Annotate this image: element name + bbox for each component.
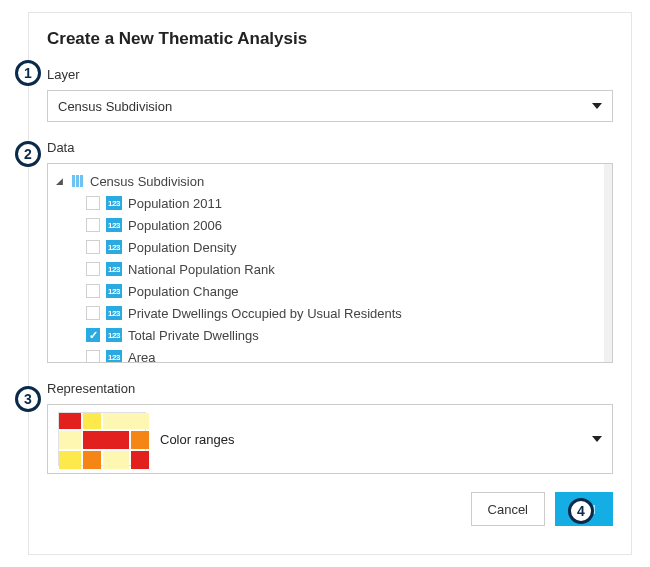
step-badge-2: 2 xyxy=(15,141,41,167)
tree-item[interactable]: 123Population Change xyxy=(52,280,608,302)
representation-label: Representation xyxy=(47,381,613,396)
tree-item[interactable]: 123Area xyxy=(52,346,608,363)
checkbox[interactable] xyxy=(86,240,100,254)
numeric-field-icon: 123 xyxy=(106,350,122,363)
tree-item[interactable]: ✓123Total Private Dwellings xyxy=(52,324,608,346)
color-ranges-icon xyxy=(58,412,146,466)
tree-item-label: Private Dwellings Occupied by Usual Resi… xyxy=(128,306,402,321)
numeric-field-icon: 123 xyxy=(106,240,122,254)
tree-item-label: Population 2006 xyxy=(128,218,222,233)
layer-select-value: Census Subdivision xyxy=(58,99,172,114)
tree-item-label: Total Private Dwellings xyxy=(128,328,259,343)
checkbox[interactable] xyxy=(86,284,100,298)
cancel-button[interactable]: Cancel xyxy=(471,492,545,526)
checkbox[interactable] xyxy=(86,218,100,232)
tree-item[interactable]: 123Population 2011 xyxy=(52,192,608,214)
collapse-icon[interactable]: ◢ xyxy=(52,176,66,186)
numeric-field-icon: 123 xyxy=(106,306,122,320)
tree-item[interactable]: 123Private Dwellings Occupied by Usual R… xyxy=(52,302,608,324)
checkbox[interactable] xyxy=(86,306,100,320)
chevron-down-icon xyxy=(592,436,602,442)
button-row: Cancel Add xyxy=(47,492,613,526)
numeric-field-icon: 123 xyxy=(106,284,122,298)
checkbox[interactable] xyxy=(86,196,100,210)
tree-item-label: Population 2011 xyxy=(128,196,222,211)
scrollbar[interactable] xyxy=(604,164,612,362)
layer-select[interactable]: Census Subdivision xyxy=(47,90,613,122)
tree-item[interactable]: 123Population Density xyxy=(52,236,608,258)
tree-item-label: National Population Rank xyxy=(128,262,275,277)
tree-root[interactable]: ◢ Census Subdivision xyxy=(52,170,608,192)
representation-select[interactable]: Color ranges xyxy=(47,404,613,474)
tree-item[interactable]: 123Population 2006 xyxy=(52,214,608,236)
layer-icon xyxy=(72,175,86,187)
layer-label: Layer xyxy=(47,67,613,82)
numeric-field-icon: 123 xyxy=(106,262,122,276)
tree-item-label: Population Density xyxy=(128,240,236,255)
checkbox[interactable]: ✓ xyxy=(86,328,100,342)
tree-item-label: Area xyxy=(128,350,155,364)
data-label: Data xyxy=(47,140,613,155)
chevron-down-icon xyxy=(592,103,602,109)
numeric-field-icon: 123 xyxy=(106,218,122,232)
step-badge-3: 3 xyxy=(15,386,41,412)
checkbox[interactable] xyxy=(86,262,100,276)
panel-title: Create a New Thematic Analysis xyxy=(47,29,613,49)
step-badge-4: 4 xyxy=(568,498,594,524)
tree-root-label: Census Subdivision xyxy=(90,174,204,189)
tree-item[interactable]: 123National Population Rank xyxy=(52,258,608,280)
step-badge-1: 1 xyxy=(15,60,41,86)
numeric-field-icon: 123 xyxy=(106,196,122,210)
thematic-analysis-panel: Create a New Thematic Analysis Layer Cen… xyxy=(28,12,632,555)
checkbox[interactable] xyxy=(86,350,100,363)
numeric-field-icon: 123 xyxy=(106,328,122,342)
representation-value: Color ranges xyxy=(160,432,592,447)
tree-item-label: Population Change xyxy=(128,284,239,299)
data-tree[interactable]: ◢ Census Subdivision 123Population 20111… xyxy=(47,163,613,363)
